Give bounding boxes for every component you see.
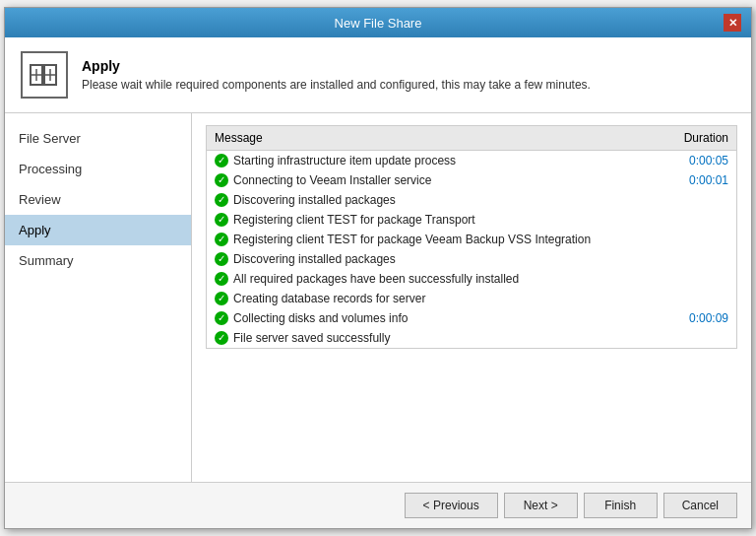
- log-table: Message Duration ✓Starting infrastructur…: [206, 125, 737, 349]
- log-duration-cell: [659, 249, 737, 269]
- sidebar: File Server Processing Review Apply Summ…: [5, 113, 192, 482]
- log-message-cell: ✓Creating database records for server: [207, 289, 659, 308]
- log-message-text: Discovering installed packages: [233, 193, 396, 207]
- log-duration-cell: 0:00:05: [659, 151, 737, 171]
- check-icon: ✓: [215, 292, 228, 305]
- log-message-cell: ✓Registering client TEST for package Tra…: [207, 210, 659, 230]
- log-message-cell: ✓Connecting to Veeam Installer service: [207, 170, 659, 190]
- log-row: ✓Creating database records for server: [207, 289, 737, 308]
- sidebar-item-file-server[interactable]: File Server: [5, 123, 191, 154]
- dialog-window: New File Share ✕ Apply Please wait while…: [4, 7, 752, 529]
- log-duration-cell: [659, 328, 737, 349]
- log-message-text: All required packages have been successf…: [233, 272, 519, 286]
- check-icon: ✓: [215, 233, 228, 246]
- close-button[interactable]: ✕: [724, 14, 741, 32]
- check-icon: ✓: [215, 154, 228, 168]
- log-message-text: File server saved successfully: [233, 331, 390, 345]
- log-message-text: Discovering installed packages: [233, 252, 396, 266]
- next-button[interactable]: Next >: [504, 493, 578, 518]
- finish-button[interactable]: Finish: [584, 493, 658, 518]
- log-duration-cell: [659, 269, 737, 289]
- sidebar-item-apply[interactable]: Apply: [5, 215, 191, 245]
- apply-icon: [21, 51, 68, 99]
- log-row: ✓Connecting to Veeam Installer service0:…: [207, 170, 737, 190]
- log-message-text: Registering client TEST for package Tran…: [233, 213, 475, 227]
- sidebar-item-processing[interactable]: Processing: [5, 154, 191, 184]
- header-text: Apply Please wait while required compone…: [82, 58, 591, 92]
- col-duration: Duration: [659, 126, 737, 151]
- log-row: ✓File server saved successfully: [207, 328, 737, 349]
- log-duration-cell: [659, 190, 737, 210]
- folder-svg-icon: [27, 57, 62, 93]
- log-row: ✓Registering client TEST for package Vee…: [207, 230, 737, 249]
- title-bar: New File Share ✕: [5, 8, 751, 37]
- log-duration-cell: [659, 210, 737, 230]
- content-area: Message Duration ✓Starting infrastructur…: [192, 113, 751, 482]
- log-message-text: Starting infrastructure item update proc…: [233, 154, 456, 168]
- log-message-text: Creating database records for server: [233, 292, 425, 305]
- log-message-cell: ✓Discovering installed packages: [207, 190, 659, 210]
- previous-button[interactable]: < Previous: [405, 493, 498, 518]
- log-row: ✓Registering client TEST for package Tra…: [207, 210, 737, 230]
- log-duration-cell: [659, 289, 737, 308]
- check-icon: ✓: [215, 272, 228, 286]
- log-message-cell: ✓All required packages have been success…: [207, 269, 659, 289]
- header-title: Apply: [82, 58, 591, 74]
- log-message-cell: ✓Starting infrastructure item update pro…: [207, 151, 659, 171]
- log-message-cell: ✓Registering client TEST for package Vee…: [207, 230, 659, 249]
- log-row: ✓All required packages have been success…: [207, 269, 737, 289]
- log-duration-cell: 0:00:01: [659, 170, 737, 190]
- log-message-cell: ✓Collecting disks and volumes info: [207, 308, 659, 328]
- check-icon: ✓: [215, 252, 228, 266]
- log-message-cell: ✓Discovering installed packages: [207, 249, 659, 269]
- sidebar-item-summary[interactable]: Summary: [5, 245, 191, 276]
- log-message-text: Registering client TEST for package Veea…: [233, 233, 591, 246]
- log-message-text: Collecting disks and volumes info: [233, 311, 408, 325]
- log-message-cell: ✓File server saved successfully: [207, 328, 659, 349]
- check-icon: ✓: [215, 193, 228, 207]
- check-icon: ✓: [215, 213, 228, 227]
- cancel-button[interactable]: Cancel: [663, 493, 737, 518]
- log-row: ✓Discovering installed packages: [207, 190, 737, 210]
- log-row: ✓Collecting disks and volumes info0:00:0…: [207, 308, 737, 328]
- log-duration-cell: [659, 230, 737, 249]
- header-description: Please wait while required components ar…: [82, 78, 591, 92]
- col-message: Message: [207, 126, 659, 151]
- log-message-text: Connecting to Veeam Installer service: [233, 173, 431, 187]
- log-row: ✓Discovering installed packages: [207, 249, 737, 269]
- check-icon: ✓: [215, 173, 228, 187]
- check-icon: ✓: [215, 311, 228, 325]
- check-icon: ✓: [215, 331, 228, 345]
- header-area: Apply Please wait while required compone…: [5, 37, 751, 113]
- sidebar-item-review[interactable]: Review: [5, 184, 191, 215]
- main-area: File Server Processing Review Apply Summ…: [5, 113, 751, 482]
- log-row: ✓Starting infrastructure item update pro…: [207, 151, 737, 171]
- log-duration-cell: 0:00:09: [659, 308, 737, 328]
- footer: < Previous Next > Finish Cancel: [5, 482, 751, 528]
- window-title: New File Share: [32, 16, 724, 31]
